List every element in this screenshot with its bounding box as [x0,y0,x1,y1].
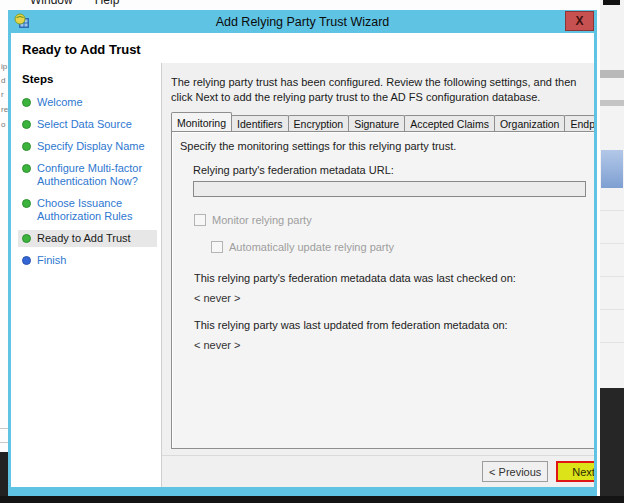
bg-window-button-icon [603,0,620,5]
dialog-body: Ready to Add Trust Steps Welcome Select … [11,33,594,487]
steps-header: Steps [22,73,157,85]
background-window-right-strip [600,0,624,503]
next-button[interactable]: Next > [556,461,594,482]
steps-sidebar: Steps Welcome Select Data Source Specify… [11,63,162,487]
monitor-relying-party-checkbox-row: Monitor relying party [194,214,594,226]
bg-text-fragment: d [1,76,5,85]
close-icon[interactable]: X [565,11,594,31]
background-menu-text: WindowHelp [30,0,141,7]
sidebar-item-ready-to-add-trust[interactable]: Ready to Add Trust [18,230,157,247]
tab-encryption[interactable]: Encryption [288,115,350,131]
bg-row-divider [600,276,624,277]
screen: WindowHelp ip d r re o [0,0,624,503]
dialog-title: Add Relying Party Trust Wizard [8,15,597,29]
step-complete-icon [22,199,31,208]
adfs-icon [14,13,30,29]
step-complete-icon [22,120,31,129]
tab-accepted-claims[interactable]: Accepted Claims [404,115,495,131]
monitoring-instruction: Specify the monitoring settings for this… [180,140,594,152]
background-bottom-strip [0,496,624,503]
background-dark-corner [600,388,624,503]
sidebar-item-finish[interactable]: Finish [18,252,157,269]
menu-help: Help [95,0,120,7]
page-title: Ready to Add Trust [22,42,141,57]
auto-update-checkbox-row: Automatically update relying party [211,241,594,253]
sidebar-item-select-data-source[interactable]: Select Data Source [18,116,157,133]
tab-organization[interactable]: Organization [494,115,566,131]
intro-text: The relying party trust has been configu… [171,75,594,105]
divider [0,428,8,429]
previous-button[interactable]: < Previous [482,461,548,482]
auto-update-checkbox [211,241,223,253]
bg-text-fragment: re [1,105,8,114]
step-complete-icon [22,98,31,107]
sidebar-item-configure-mfa[interactable]: Configure Multi-factor Authentication No… [18,160,157,190]
background-window-menubar: WindowHelp [0,0,624,10]
divider [0,442,8,443]
metadata-url-input [193,181,586,197]
tab-signature[interactable]: Signature [348,115,405,131]
bg-list-header-fragment [600,70,624,78]
monitor-relying-party-checkbox [194,214,206,226]
heading-band: Ready to Add Trust [11,33,594,63]
sidebar-item-choose-issuance-rules[interactable]: Choose Issuance Authorization Rules [18,195,157,225]
wizard-main-panel: The relying party trust has been configu… [162,63,594,487]
last-checked-value: < never > [194,292,594,304]
background-window-left-strip: ip d r re o [0,10,8,460]
menu-window: Window [30,0,73,7]
tab-monitoring[interactable]: Monitoring [171,112,232,131]
bg-row-divider [600,309,624,310]
bg-list-header-fragment [600,100,624,106]
bg-row-divider [600,210,624,211]
last-updated-value: < never > [194,339,594,351]
auto-update-label: Automatically update relying party [229,241,394,253]
bg-scrollbar-thumb [601,150,623,188]
sidebar-item-specify-display-name[interactable]: Specify Display Name [18,138,157,155]
step-pending-icon [22,256,31,265]
dialog-titlebar[interactable]: Add Relying Party Trust Wizard X [8,10,597,33]
monitoring-tab-panel: Specify the monitoring settings for this… [171,131,594,449]
step-complete-icon [22,164,31,173]
step-complete-icon [22,234,31,243]
sidebar-item-welcome[interactable]: Welcome [18,94,157,111]
tab-strip: Monitoring Identifiers Encryption Signat… [171,112,594,131]
bg-text-fragment: r [1,90,4,99]
tab-endpoints[interactable]: Endpoints [564,115,594,131]
bg-text-fragment: ip [1,62,7,71]
last-updated-label: This relying party was last updated from… [194,319,594,331]
bg-row-divider [600,342,624,343]
step-complete-icon [22,142,31,151]
tab-identifiers[interactable]: Identifiers [231,115,289,131]
bg-row-divider [600,243,624,244]
add-relying-party-trust-wizard-dialog: Add Relying Party Trust Wizard X Ready t… [8,10,597,496]
monitor-relying-party-label: Monitor relying party [212,214,312,226]
wizard-footer: < Previous Next > Cancel [162,455,594,487]
bg-text-fragment: o [1,120,5,129]
metadata-url-label: Relying party's federation metadata URL: [193,164,594,176]
last-checked-label: This relying party's federation metadata… [194,272,594,284]
